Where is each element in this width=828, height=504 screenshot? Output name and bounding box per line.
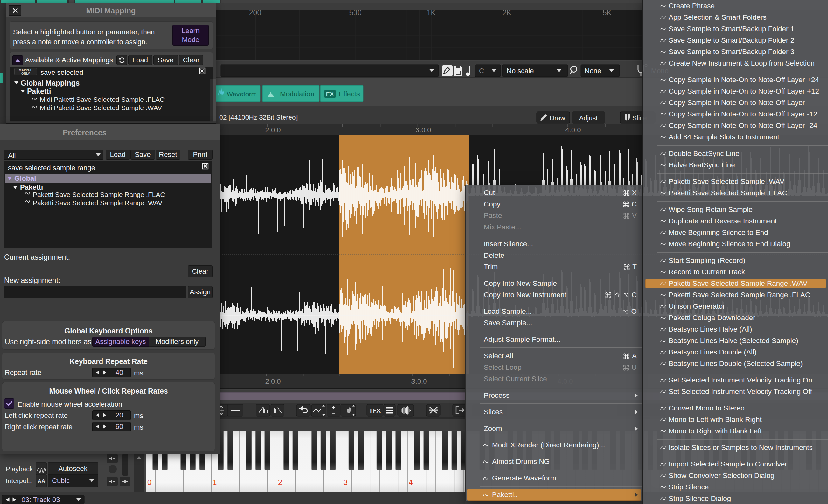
- svg-text:Draw: Draw: [549, 114, 566, 122]
- svg-text:500: 500: [349, 9, 362, 17]
- svg-text:2: 2: [278, 478, 282, 487]
- svg-text:No scale: No scale: [507, 67, 534, 75]
- svg-text:Autoseek: Autoseek: [58, 465, 88, 472]
- svg-text:Modulation: Modulation: [280, 90, 315, 98]
- svg-text:0: 0: [147, 478, 152, 487]
- svg-text:FX: FX: [326, 91, 334, 97]
- svg-text:02 [44100Hz 32Bit Stereo]: 02 [44100Hz 32Bit Stereo]: [219, 114, 297, 121]
- svg-text:200: 200: [249, 9, 261, 17]
- svg-text:Adjust: Adjust: [579, 114, 598, 122]
- svg-text:AA: AA: [38, 478, 45, 484]
- svg-text:3: 3: [343, 478, 347, 487]
- svg-text:TFX: TFX: [369, 407, 381, 414]
- svg-text:Playback: Playback: [6, 465, 33, 472]
- svg-text:1K: 1K: [427, 9, 436, 17]
- svg-text:2K: 2K: [502, 9, 512, 17]
- svg-text:3.0.0: 3.0.0: [416, 126, 431, 134]
- svg-text:2.0.0: 2.0.0: [265, 126, 281, 134]
- svg-text:Effects: Effects: [339, 90, 360, 98]
- svg-text:4: 4: [409, 478, 413, 487]
- svg-text:Waveform: Waveform: [226, 90, 257, 98]
- svg-text:None: None: [585, 67, 602, 75]
- svg-text:4.0.0: 4.0.0: [566, 126, 581, 134]
- svg-text:2.0.0: 2.0.0: [265, 377, 281, 385]
- svg-text:Interpol..: Interpol..: [6, 477, 32, 484]
- svg-text:C: C: [479, 67, 484, 75]
- svg-text:1: 1: [213, 478, 217, 487]
- svg-text:3.0.0: 3.0.0: [411, 377, 427, 385]
- svg-text:03: Track 03: 03: Track 03: [21, 496, 60, 504]
- svg-text:5K: 5K: [603, 9, 612, 17]
- svg-text:Cubic: Cubic: [52, 477, 70, 485]
